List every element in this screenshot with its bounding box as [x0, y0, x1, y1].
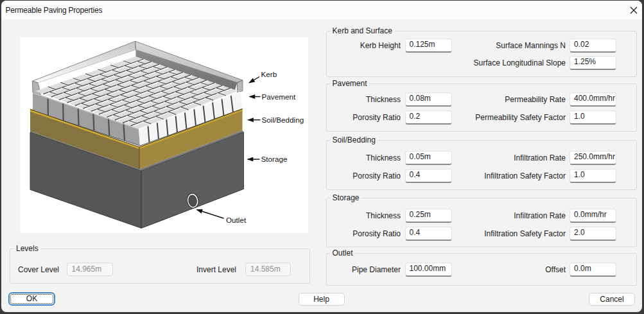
svg-text:Kerb: Kerb [261, 70, 277, 78]
